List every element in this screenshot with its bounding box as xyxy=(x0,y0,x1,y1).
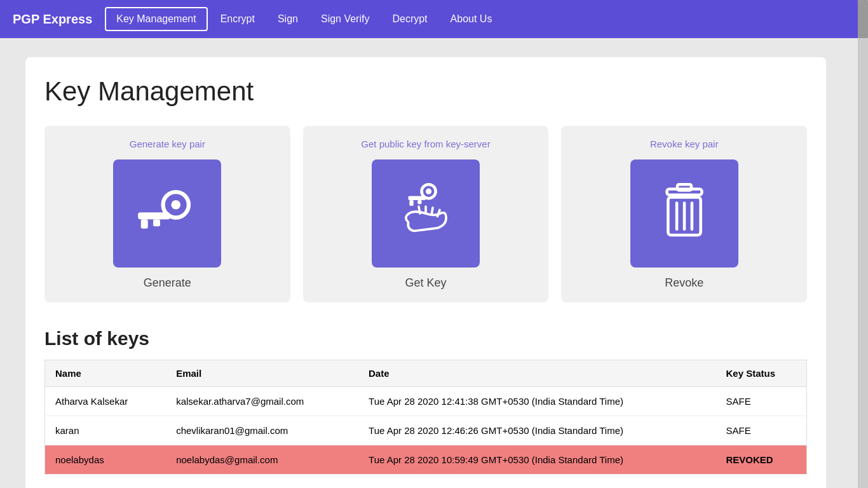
revoke-key-card[interactable]: Revoke key pair Revoke xyxy=(561,126,807,302)
navbar: PGP Express Key Management Encrypt Sign … xyxy=(0,0,868,38)
svg-rect-2 xyxy=(138,212,170,219)
revoke-key-label: Revoke key pair xyxy=(650,139,719,149)
row-email: kalsekar.atharva7@gmail.com xyxy=(166,387,358,416)
generate-key-button[interactable] xyxy=(113,159,221,268)
table-row: noelabydasnoelabydas@gmail.comTue Apr 28… xyxy=(45,445,807,475)
nav-about-us[interactable]: About Us xyxy=(440,8,503,30)
nav-encrypt[interactable]: Encrypt xyxy=(210,8,265,30)
row-date: Tue Apr 28 2020 10:59:49 GMT+0530 (India… xyxy=(358,445,715,475)
nav-sign-verify[interactable]: Sign Verify xyxy=(311,8,379,30)
generate-key-label: Generate key pair xyxy=(130,139,205,149)
generate-btn-label: Generate xyxy=(144,276,191,290)
col-key-status: Key Status xyxy=(716,360,807,387)
col-name: Name xyxy=(45,360,166,387)
row-date: Tue Apr 28 2020 12:46:26 GMT+0530 (India… xyxy=(358,416,715,445)
row-email: noelabydas@gmail.com xyxy=(166,445,358,475)
list-title: List of keys xyxy=(44,328,807,349)
svg-rect-3 xyxy=(141,219,148,229)
list-of-keys-section: List of keys Name Email Date Key Status … xyxy=(44,328,807,475)
nav-decrypt[interactable]: Decrypt xyxy=(382,8,437,30)
col-email: Email xyxy=(166,360,358,387)
svg-point-6 xyxy=(426,189,431,194)
keys-table: Name Email Date Key Status Atharva Kalse… xyxy=(44,360,807,475)
svg-rect-8 xyxy=(409,200,413,206)
table-header-row: Name Email Date Key Status xyxy=(45,360,807,387)
row-name: karan xyxy=(45,416,166,445)
row-key-status: SAFE xyxy=(716,416,807,445)
generate-key-card[interactable]: Generate key pair Generate xyxy=(44,126,290,302)
main-content: Key Management Generate key pair Generat… xyxy=(0,38,851,488)
scrollbar[interactable] xyxy=(858,0,868,488)
get-key-btn-label: Get Key xyxy=(405,276,446,290)
get-key-label: Get public key from key-server xyxy=(361,139,490,149)
scrollbar-thumb[interactable] xyxy=(858,0,868,38)
row-key-status: SAFE xyxy=(716,387,807,416)
nav-key-management[interactable]: Key Management xyxy=(105,7,207,31)
revoke-key-button[interactable] xyxy=(630,159,738,268)
svg-point-1 xyxy=(172,200,181,210)
key-icon xyxy=(132,182,202,245)
row-key-status: REVOKED xyxy=(716,445,807,475)
main-card: Key Management Generate key pair Generat… xyxy=(25,57,826,488)
row-name: Atharva Kalsekar xyxy=(45,387,166,416)
svg-rect-9 xyxy=(417,200,421,204)
get-key-card[interactable]: Get public key from key-server xyxy=(303,126,549,302)
row-email: chevlikaran01@gmail.com xyxy=(166,416,358,445)
row-date: Tue Apr 28 2020 12:41:38 GMT+0530 (India… xyxy=(358,387,715,416)
action-cards-row: Generate key pair Generate Get public ke… xyxy=(44,126,807,302)
get-key-button[interactable] xyxy=(372,159,480,268)
revoke-btn-label: Revoke xyxy=(665,276,703,290)
page-title: Key Management xyxy=(44,76,807,107)
svg-rect-4 xyxy=(153,219,160,226)
table-row: karanchevlikaran01@gmail.comTue Apr 28 2… xyxy=(45,416,807,445)
col-date: Date xyxy=(358,360,715,387)
trash-icon xyxy=(653,179,716,248)
svg-rect-11 xyxy=(677,184,691,190)
app-brand: PGP Express xyxy=(13,12,92,27)
table-row: Atharva Kalsekarkalsekar.atharva7@gmail.… xyxy=(45,387,807,416)
hand-key-icon xyxy=(394,179,458,248)
nav-sign[interactable]: Sign xyxy=(268,8,308,30)
row-name: noelabydas xyxy=(45,445,166,475)
nav-items: Key Management Encrypt Sign Sign Verify … xyxy=(105,7,502,31)
svg-rect-7 xyxy=(409,196,426,200)
